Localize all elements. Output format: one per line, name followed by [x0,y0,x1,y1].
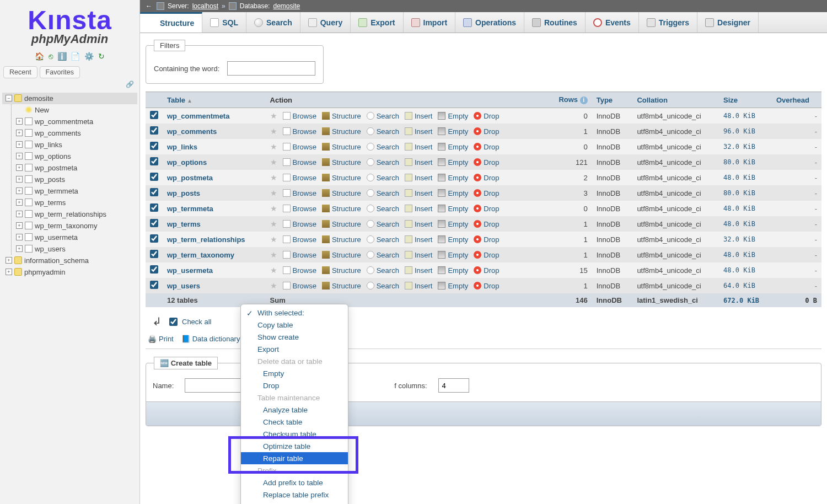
row-checkbox[interactable] [150,203,158,212]
insert-link[interactable]: Insert [405,112,433,120]
dropdown-item[interactable]: Repair table [241,452,348,464]
tree-table-wp_usermeta[interactable]: + wp_usermeta [13,232,137,243]
create-name-input[interactable] [185,378,245,393]
link-icon[interactable]: 🔗 [126,81,134,88]
row-checkbox[interactable] [150,265,158,274]
table-name-link[interactable]: wp_usermeta [167,266,213,275]
drop-link[interactable]: Drop [474,205,499,213]
structure-link[interactable]: Structure [322,127,361,136]
browse-link[interactable]: Browse [283,189,316,197]
row-checkbox[interactable] [150,111,158,119]
drop-link[interactable]: Drop [474,143,499,151]
drop-link[interactable]: Drop [474,158,499,167]
docs-icon[interactable]: 📄 [69,52,81,61]
tree-table-wp_term_relationships[interactable]: + wp_term_relationships [13,208,137,220]
drop-link[interactable]: Drop [474,251,499,259]
dropdown-item[interactable]: Check table [241,416,348,428]
insert-link[interactable]: Insert [405,282,433,290]
empty-link[interactable]: Empty [438,189,468,197]
structure-link[interactable]: Structure [322,189,361,197]
structure-link[interactable]: Structure [322,220,361,228]
dropdown-item[interactable]: Empty [241,367,348,379]
breadcrumb-server-link[interactable]: localhost [192,2,218,10]
dropdown-item[interactable]: Analyze table [241,404,348,416]
dropdown-item[interactable]: Optimize table [241,440,348,452]
dropdown-item[interactable]: Copy table [241,319,348,331]
structure-link[interactable]: Structure [322,251,361,259]
drop-link[interactable]: Drop [474,235,499,244]
search-link[interactable]: Search [367,235,399,244]
star-icon[interactable]: ★ [270,111,277,120]
row-checkbox[interactable] [150,142,158,150]
sidebar-tab-recent[interactable]: Recent [3,66,37,78]
tree-table-wp_termmeta[interactable]: + wp_termmeta [13,185,137,197]
dropdown-item[interactable]: Show create [241,331,348,343]
table-name-link[interactable]: wp_links [167,143,197,151]
plus-icon[interactable]: + [16,118,23,125]
structure-link[interactable]: Structure [322,282,361,290]
row-checkbox[interactable] [150,234,158,243]
row-checkbox[interactable] [150,281,158,289]
structure-link[interactable]: Structure [322,174,361,182]
dropdown-item[interactable]: Add prefix to table [241,476,348,489]
tree-db-information_schema[interactable]: + information_schema [2,255,137,266]
star-icon[interactable]: ★ [270,204,277,213]
table-name-link[interactable]: wp_comments [167,127,217,136]
tree-table-wp_options[interactable]: + wp_options [13,151,137,162]
reload-icon[interactable]: ↻ [97,52,106,61]
table-name-link[interactable]: wp_options [167,158,207,167]
tree-db-phpmyadmin[interactable]: + phpmyadmin [2,266,137,278]
dropdown-item[interactable]: Copy table with prefix [241,501,348,504]
plus-icon[interactable]: + [16,211,23,217]
tree-table-wp_term_taxonomy[interactable]: + wp_term_taxonomy [13,220,137,232]
plus-icon[interactable]: + [6,257,12,264]
plus-icon[interactable]: + [16,199,23,206]
empty-link[interactable]: Empty [438,127,468,136]
plus-icon[interactable]: + [16,245,23,252]
empty-link[interactable]: Empty [438,266,468,275]
tree-table-wp_posts[interactable]: + wp_posts [13,174,137,185]
search-link[interactable]: Search [367,251,399,259]
search-link[interactable]: Search [367,282,399,290]
drop-link[interactable]: Drop [474,220,499,228]
checkall-checkbox[interactable] [169,318,178,326]
search-link[interactable]: Search [367,143,399,151]
dropdown-item[interactable]: Checksum table [241,428,348,440]
tree-table-wp_users[interactable]: + wp_users [13,243,137,255]
dropdown-item[interactable]: With selected: [241,307,348,319]
data-dictionary-link[interactable]: 📘Data dictionary [181,335,240,343]
info-icon[interactable]: ℹ️ [56,52,68,61]
breadcrumb-db-link[interactable]: demosite [273,2,300,10]
empty-link[interactable]: Empty [438,143,468,151]
empty-link[interactable]: Empty [438,174,468,182]
plus-icon[interactable]: + [16,164,23,171]
empty-link[interactable]: Empty [438,112,468,120]
browse-link[interactable]: Browse [283,174,316,182]
star-icon[interactable]: ★ [270,142,277,151]
tab-ops[interactable]: Operations [455,12,524,33]
minus-icon[interactable]: − [6,95,12,101]
insert-link[interactable]: Insert [405,251,433,259]
tab-triggers[interactable]: Triggers [639,12,697,33]
search-link[interactable]: Search [367,266,399,275]
empty-link[interactable]: Empty [438,220,468,228]
star-icon[interactable]: ★ [270,158,277,167]
info-icon[interactable]: i [580,96,588,104]
table-name-link[interactable]: wp_terms [167,220,201,228]
structure-link[interactable]: Structure [322,143,361,151]
tab-structure[interactable]: Structure [140,12,202,33]
row-checkbox[interactable] [150,188,158,196]
search-link[interactable]: Search [367,127,399,136]
browse-link[interactable]: Browse [283,251,316,259]
star-icon[interactable]: ★ [270,266,277,275]
empty-link[interactable]: Empty [438,205,468,213]
star-icon[interactable]: ★ [270,127,277,136]
star-icon[interactable]: ★ [270,173,277,182]
empty-link[interactable]: Empty [438,158,468,167]
row-checkbox[interactable] [150,126,158,135]
insert-link[interactable]: Insert [405,174,433,182]
dropdown-item[interactable]: Drop [241,379,348,392]
plus-icon[interactable]: + [16,187,23,194]
home-icon[interactable]: 🏠 [34,52,45,61]
tree-table-wp_commentmeta[interactable]: + wp_commentmeta [13,116,137,127]
